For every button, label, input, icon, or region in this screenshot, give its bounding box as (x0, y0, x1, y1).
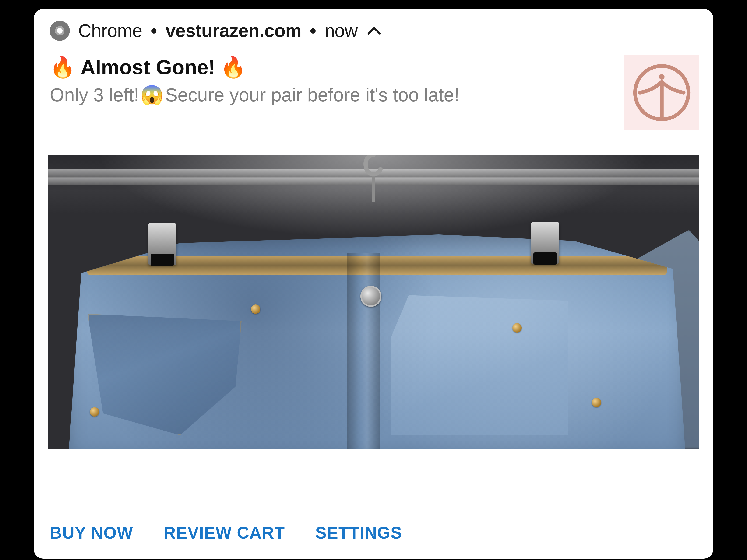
origin-domain-label: vesturazen.com (165, 20, 302, 41)
jeans-rivet-icon (90, 407, 99, 417)
jeans-rivet-icon (251, 304, 260, 314)
jeans-fly-seam (347, 253, 380, 449)
notification-header: Chrome • vesturazen.com • now (48, 20, 699, 41)
jeans-rivet-icon (592, 398, 601, 407)
vesturazen-logo-icon (632, 62, 692, 123)
fire-emoji-icon: 🔥 (50, 57, 75, 77)
notification-hero-image (48, 155, 699, 449)
chrome-icon (50, 21, 70, 41)
notification-body-suffix: Secure your pair before it's too late! (165, 84, 459, 106)
fire-emoji-icon: 🔥 (221, 57, 246, 77)
svg-point-1 (659, 74, 664, 80)
jeans-right-pocket (391, 295, 568, 435)
notification-title-text: Almost Gone! (80, 55, 215, 79)
site-icon (624, 55, 699, 130)
review-cart-button[interactable]: REVIEW CART (163, 523, 285, 542)
settings-button[interactable]: SETTINGS (315, 523, 402, 542)
hanger-hook-icon (353, 155, 394, 205)
header-separator: • (151, 22, 157, 40)
notification-actions: BUY NOW REVIEW CART SETTINGS (48, 503, 699, 552)
notification-content: 🔥 Almost Gone! 🔥 Only 3 left! 😱 Secure y… (48, 55, 699, 130)
notification-body-prefix: Only 3 left! (50, 84, 139, 106)
svg-rect-3 (371, 176, 376, 202)
timestamp-label: now (325, 20, 358, 41)
notification-body: Only 3 left! 😱 Secure your pair before i… (50, 84, 615, 106)
hanger-clip-icon (148, 223, 176, 265)
scream-emoji-icon: 😱 (140, 86, 164, 104)
collapse-chevron-up-icon[interactable] (366, 23, 382, 39)
hanger-clip-icon (531, 222, 559, 264)
chrome-notification-card: Chrome • vesturazen.com • now 🔥 Almost G… (34, 9, 713, 559)
notification-title: 🔥 Almost Gone! 🔥 (50, 55, 615, 79)
jeans-rivet-icon (512, 323, 522, 332)
buy-now-button[interactable]: BUY NOW (50, 523, 133, 542)
app-name-label: Chrome (78, 20, 142, 41)
header-separator: • (310, 22, 316, 40)
notification-text-column: 🔥 Almost Gone! 🔥 Only 3 left! 😱 Secure y… (50, 55, 615, 130)
notification-card-stage: Chrome • vesturazen.com • now 🔥 Almost G… (0, 0, 747, 560)
jeans-button-icon (360, 286, 382, 307)
